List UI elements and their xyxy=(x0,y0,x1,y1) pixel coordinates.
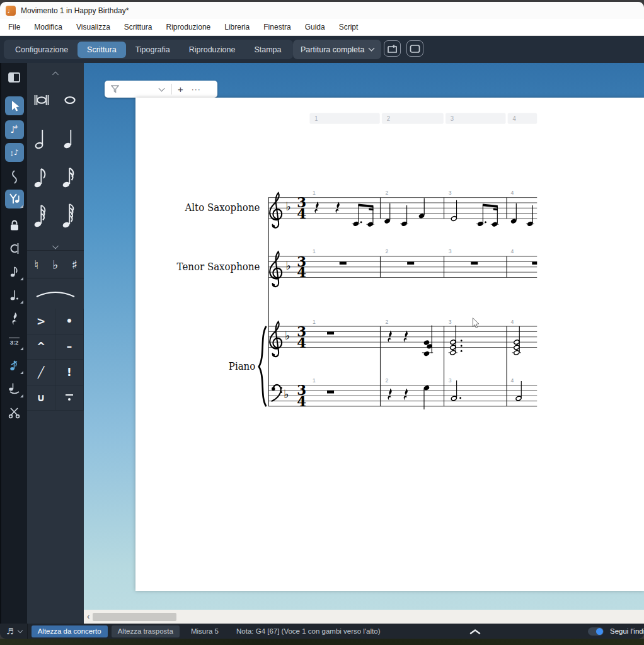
tie-button[interactable] xyxy=(5,379,24,398)
clef-tool-button[interactable] xyxy=(5,239,24,258)
pitch-mode-button[interactable]: ↕ ♪ xyxy=(5,143,24,162)
clef-icon xyxy=(9,242,20,254)
document-tab-bar[interactable]: + ··· xyxy=(105,81,217,98)
menu-bar: File Modifica Visualizza Scrittura Ripro… xyxy=(0,19,644,36)
menu-file[interactable]: File xyxy=(1,23,27,31)
menu-libreria[interactable]: Libreria xyxy=(217,23,256,31)
time-signature[interactable]: 34 34 34 34 xyxy=(297,194,306,409)
piano-rh-notes[interactable] xyxy=(327,325,521,357)
flat-button[interactable]: ♭ xyxy=(46,251,65,278)
label-alto-saxophone: Alto Saxophone xyxy=(185,202,260,214)
accidentals-row: ♮ ♭ ♯ xyxy=(27,250,84,278)
note-input-button[interactable]: ♪ + xyxy=(5,120,24,139)
menu-scrittura[interactable]: Scrittura xyxy=(117,23,159,31)
score-canvas[interactable]: 1 2 3 4 xyxy=(135,98,644,591)
svg-text:4: 4 xyxy=(297,205,306,222)
tab-options-button[interactable]: ··· xyxy=(189,85,204,94)
tie-icon xyxy=(8,382,21,395)
bass-clef[interactable] xyxy=(272,385,282,401)
soft-accent-button[interactable]: ╱ xyxy=(27,360,55,385)
follow-playhead-toggle[interactable] xyxy=(588,627,604,636)
tenuto-staccato-button[interactable] xyxy=(55,385,84,411)
menu-modifica[interactable]: Modifica xyxy=(27,23,69,31)
slash-note-button[interactable] xyxy=(5,356,24,375)
menu-script[interactable]: Script xyxy=(332,23,365,31)
score-area[interactable]: + ··· 1 2 3 4 xyxy=(84,63,644,610)
duration-breve-button[interactable] xyxy=(27,81,55,120)
lock-duration-button[interactable] xyxy=(5,215,24,234)
duration-whole-button[interactable] xyxy=(55,81,84,120)
stress-button[interactable]: ! xyxy=(55,360,84,385)
piano-lh-notes[interactable] xyxy=(327,380,522,409)
layout-selector-label: Partitura completa xyxy=(301,45,364,54)
panel-toggle-button[interactable] xyxy=(6,70,23,85)
duration-sixtyfourth-button[interactable] xyxy=(55,198,84,237)
rest-button[interactable] xyxy=(5,309,24,328)
menu-visualizza[interactable]: Visualizza xyxy=(69,23,117,31)
treble-clef[interactable] xyxy=(270,322,282,357)
accent-button[interactable]: > xyxy=(27,309,55,334)
slur-button[interactable] xyxy=(27,278,84,309)
score-page[interactable]: 1 2 3 4 xyxy=(135,98,644,591)
svg-text:2: 2 xyxy=(387,115,390,122)
layout-selector[interactable]: Partitura completa xyxy=(293,40,381,59)
piano-brace xyxy=(259,327,266,406)
duration-sixteenth-button[interactable] xyxy=(55,159,84,198)
panel-collapse-up[interactable] xyxy=(54,68,58,79)
collapse-panel-chevron[interactable] xyxy=(469,629,481,634)
horizontal-scrollbar[interactable]: ‹ xyxy=(84,610,644,624)
sharp-button[interactable]: ♯ xyxy=(65,251,84,278)
duration-thirtysecond-button[interactable] xyxy=(27,198,55,237)
respell-button[interactable] xyxy=(5,168,24,186)
menu-finestra[interactable]: Finestra xyxy=(256,23,297,31)
scrollbar-thumb[interactable] xyxy=(93,613,176,621)
funnel-icon xyxy=(111,85,119,93)
tenuto-button[interactable]: – xyxy=(55,334,84,360)
pointer-tool-button[interactable] xyxy=(5,96,24,115)
svg-text:1: 1 xyxy=(313,377,316,384)
tab-tipografia[interactable]: Tipografia xyxy=(126,42,180,58)
treble-clef[interactable] xyxy=(270,252,282,287)
tab-scrittura[interactable]: Scrittura xyxy=(78,42,126,58)
concert-pitch-button[interactable]: Altezza da concerto xyxy=(32,625,108,637)
rhythmic-grid-selector[interactable]: ♬ xyxy=(0,624,28,639)
duration-eighth-button[interactable] xyxy=(27,159,55,198)
unstress-button[interactable]: ∪ xyxy=(27,385,55,411)
system-track[interactable]: 1 2 3 4 xyxy=(309,113,537,124)
natural-button[interactable]: ♮ xyxy=(27,251,46,278)
single-window-button[interactable] xyxy=(406,40,423,57)
svg-text:3: 3 xyxy=(449,377,452,384)
tab-riproduzione[interactable]: Riproduzione xyxy=(180,42,245,58)
duration-half-button[interactable] xyxy=(27,120,55,159)
dotted-note-button[interactable] xyxy=(5,285,24,304)
menu-guida[interactable]: Guida xyxy=(298,23,332,31)
grace-note-button[interactable] xyxy=(5,262,24,281)
alto-sax-notes[interactable] xyxy=(314,198,534,227)
respell-icon xyxy=(11,170,18,184)
scissors-button[interactable] xyxy=(5,403,24,422)
new-window-button[interactable] xyxy=(384,40,401,57)
barlines xyxy=(268,198,507,406)
insert-mode-button[interactable] xyxy=(5,190,24,208)
marcato-button[interactable]: ^ xyxy=(27,334,55,360)
staff-lines xyxy=(268,198,537,406)
notes-panel: ♮ ♭ ♯ > • ^ – ╱ ! ∪ xyxy=(27,63,84,624)
svg-text:4: 4 xyxy=(510,377,514,384)
key-signature[interactable]: ♭ ♭ ♭ ♭ xyxy=(284,200,290,401)
tab-stampa[interactable]: Stampa xyxy=(244,42,290,58)
panel-collapse-down[interactable] xyxy=(54,239,58,251)
treble-clef[interactable] xyxy=(270,193,282,228)
add-tab-button[interactable]: + xyxy=(172,84,189,94)
tuplet-button[interactable]: 3:2 xyxy=(5,332,24,351)
menu-riproduzione[interactable]: Riproduzione xyxy=(159,23,218,31)
panel-toggle-icon xyxy=(8,72,20,83)
transposed-pitch-button[interactable]: Altezza trasposta xyxy=(112,625,180,637)
chevron-down-icon xyxy=(159,85,165,91)
slur-icon xyxy=(33,287,78,300)
staccato-button[interactable]: • xyxy=(55,309,84,334)
duration-quarter-button[interactable] xyxy=(55,120,84,159)
tab-configurazione[interactable]: Configurazione xyxy=(6,42,78,58)
window-title: Movimento 1 in Happy Birthday* xyxy=(21,6,129,15)
chevron-down-icon xyxy=(369,45,375,52)
tenor-sax-rests[interactable] xyxy=(340,261,537,265)
